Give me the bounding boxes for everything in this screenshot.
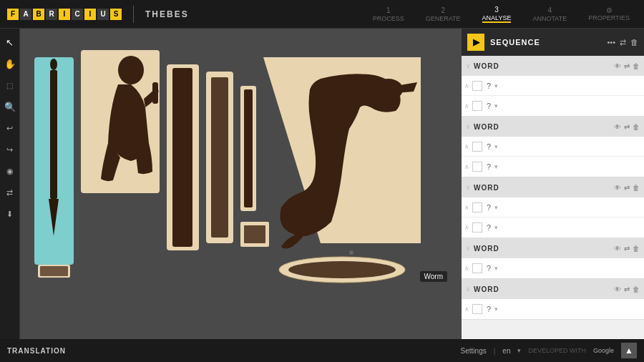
undo-tool[interactable]: ↩ (2, 120, 18, 136)
nav-step-annotate[interactable]: 4 ANNOTATE (532, 6, 567, 22)
chevron-glyph-3-2[interactable]: ∧ (464, 224, 469, 231)
select-tool[interactable]: ↖ (2, 34, 18, 50)
nav-step-analyse[interactable]: 3 ANALYSE (482, 6, 512, 23)
glyph-teal-pen (34, 57, 74, 278)
word-delete-icon-2[interactable]: 🗑 (633, 123, 640, 131)
word-group-4: ∨ WORD 👁 ⇄ 🗑 ∧ ? ▾ (462, 238, 644, 279)
glyph-checkbox-1-1[interactable] (472, 81, 482, 91)
glyph-dropdown-5-1[interactable]: ▾ (494, 305, 498, 313)
glyph-checkbox-3-1[interactable] (472, 202, 482, 212)
word-eye-icon-5[interactable]: 👁 (614, 285, 621, 293)
logo-letter-s: S (110, 9, 122, 20)
glyph-checkbox-1-2[interactable] (472, 101, 482, 111)
word-delete-icon-5[interactable]: 🗑 (633, 285, 640, 293)
glyph-checkbox-2-2[interactable] (472, 162, 482, 172)
word-link-icon-3[interactable]: ⇄ (624, 184, 630, 192)
glyph-dropdown-2-1[interactable]: ▾ (494, 143, 498, 150)
nav-step-generate[interactable]: 2 GENERATE (426, 6, 461, 22)
glyph-question-5-1: ? (487, 305, 491, 313)
glyph-question-4-1: ? (487, 264, 491, 273)
logo-letter-b: B (33, 9, 44, 20)
glyph-checkbox-5-1[interactable] (472, 304, 482, 314)
pan-tool[interactable]: ✋ (2, 56, 18, 72)
settings-button[interactable]: Settings (461, 347, 487, 355)
word-group-5: ∨ WORD 👁 ⇄ 🗑 ∧ ? ▾ (462, 279, 644, 320)
glyph-question-3-1: ? (487, 203, 491, 212)
chevron-glyph-3-1[interactable]: ∧ (464, 204, 469, 211)
glyph-checkbox-2-1[interactable] (472, 142, 482, 152)
svg-rect-12 (211, 77, 228, 238)
chevron-lang-icon[interactable]: ▾ (517, 347, 521, 354)
chevron-down-2[interactable]: ∨ (466, 123, 471, 130)
chevron-glyph-2-2[interactable]: ∧ (464, 163, 469, 170)
sequence-content[interactable]: ∨ WORD 👁 ⇄ 🗑 ∧ ? ▾ ∧ ? (462, 56, 644, 339)
word-header-1: ∨ WORD 👁 ⇄ 🗑 (462, 56, 644, 76)
glyph-dropdown-1-1[interactable]: ▾ (494, 82, 498, 89)
svg-point-20 (288, 261, 396, 278)
glyph-dropdown-1-2[interactable]: ▾ (494, 102, 498, 109)
hieroglyph-canvas (34, 43, 449, 339)
word-icons-3: 👁 ⇄ 🗑 (614, 184, 640, 192)
panel-share-icon[interactable]: ⇄ (620, 38, 626, 47)
glyph-row-1-2: ∧ ? ▾ (462, 96, 644, 116)
draw-tool[interactable]: ◉ (2, 163, 18, 179)
word-delete-icon-3[interactable]: 🗑 (633, 184, 640, 192)
glyph-dropdown-3-1[interactable]: ▾ (494, 204, 498, 211)
word-link-icon-1[interactable]: ⇄ (624, 62, 630, 70)
word-eye-icon-4[interactable]: 👁 (614, 245, 621, 253)
panel-menu-icon[interactable]: ••• (607, 38, 615, 47)
translation-label: TRANSLATION (7, 347, 66, 355)
zoom-tool[interactable]: 🔍 (2, 99, 18, 114)
developed-with-text: DEVELOPED WITH (528, 347, 586, 354)
glyph-row-5-1: ∧ ? ▾ (462, 299, 644, 319)
chevron-glyph-4-1[interactable]: ∧ (464, 265, 469, 272)
chevron-glyph-1-2[interactable]: ∧ (464, 102, 469, 109)
chevron-glyph-5-1[interactable]: ∧ (464, 305, 469, 313)
scroll-up-button[interactable]: ▲ (621, 343, 637, 358)
left-toolbar: ↖ ✋ ⬚ 🔍 ↩ ↪ ◉ ⇄ ⬇ (0, 29, 20, 339)
logo-letter-u: U (97, 9, 109, 20)
panel-delete-icon[interactable]: 🗑 (630, 38, 638, 47)
chevron-glyph-1-1[interactable]: ∧ (464, 82, 469, 89)
word-label-5: WORD (474, 285, 611, 293)
chevron-down-5[interactable]: ∨ (466, 285, 471, 293)
svg-rect-14 (244, 89, 253, 207)
word-delete-icon-1[interactable]: 🗑 (633, 62, 640, 70)
glyph-dropdown-2-2[interactable]: ▾ (494, 163, 498, 170)
panel-expand-button[interactable]: ▶ (467, 34, 484, 51)
main-area: ↖ ✋ ⬚ 🔍 ↩ ↪ ◉ ⇄ ⬇ (0, 29, 644, 339)
word-eye-icon-1[interactable]: 👁 (614, 62, 621, 70)
language-selector[interactable]: en (502, 347, 510, 355)
word-delete-icon-4[interactable]: 🗑 (633, 245, 640, 253)
chevron-down-1[interactable]: ∨ (466, 62, 471, 69)
chevron-down-4[interactable]: ∨ (466, 245, 471, 252)
glyph-dropdown-3-2[interactable]: ▾ (494, 224, 498, 231)
glyph-row-3-2: ∧ ? ▾ (462, 217, 644, 238)
transform-tool[interactable]: ⇄ (2, 185, 18, 200)
redo-tool[interactable]: ↪ (2, 142, 18, 157)
download-tool[interactable]: ⬇ (2, 206, 18, 222)
word-eye-icon-3[interactable]: 👁 (614, 184, 621, 192)
word-header-3: ∨ WORD 👁 ⇄ 🗑 (462, 177, 644, 197)
word-eye-icon-2[interactable]: 👁 (614, 123, 621, 131)
nav-step-properties[interactable]: ⚙ PROPERTIES (588, 6, 630, 21)
word-link-icon-4[interactable]: ⇄ (624, 245, 630, 253)
svg-rect-8 (152, 82, 158, 104)
nav-step-process[interactable]: 1 PROCESS (373, 6, 404, 22)
word-link-icon-2[interactable]: ⇄ (624, 123, 630, 131)
glyph-checkbox-3-2[interactable] (472, 222, 482, 233)
canvas-area[interactable]: Worm (20, 29, 462, 339)
logo-area: F A B R I C I U S THEBES (7, 6, 189, 23)
glyph-row-3-1: ∧ ? ▾ (462, 197, 644, 217)
word-link-icon-5[interactable]: ⇄ (624, 285, 630, 293)
rect-select-tool[interactable]: ⬚ (2, 77, 18, 93)
gear-icon: ⚙ (606, 6, 613, 14)
chevron-glyph-2-1[interactable]: ∧ (464, 143, 469, 150)
glyph-small-square (240, 222, 269, 247)
svg-rect-16 (244, 225, 265, 243)
chevron-down-3[interactable]: ∨ (466, 184, 471, 191)
glyph-row-4-1: ∧ ? ▾ (462, 258, 644, 278)
glyph-tall-narrow (167, 64, 199, 250)
glyph-checkbox-4-1[interactable] (472, 263, 482, 273)
glyph-dropdown-4-1[interactable]: ▾ (494, 265, 498, 272)
